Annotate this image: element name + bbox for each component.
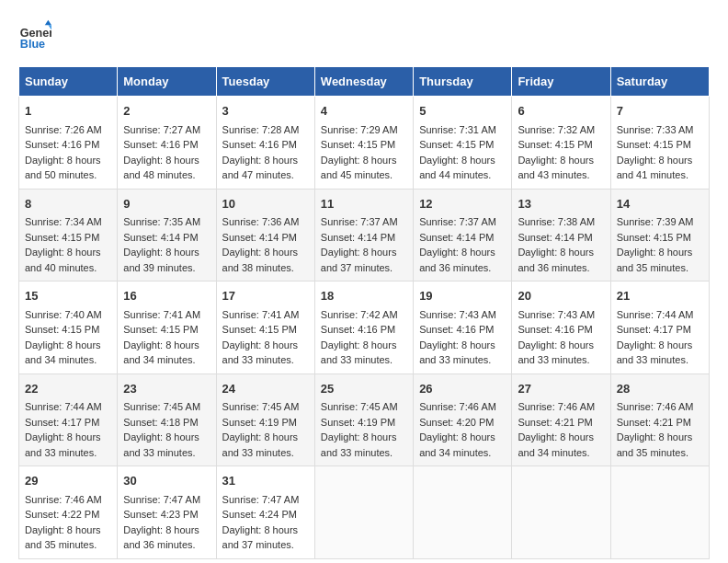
calendar-week-row: 8 Sunrise: 7:34 AM Sunset: 4:15 PM Dayli… [19, 189, 710, 282]
calendar-cell: 23 Sunrise: 7:45 AM Sunset: 4:18 PM Dayl… [118, 373, 216, 466]
logo-icon: General Blue [18, 18, 51, 52]
sunset-time: Sunset: 4:21 PM [617, 417, 691, 428]
sunrise-time: Sunrise: 7:26 AM [25, 124, 102, 135]
sunset-time: Sunset: 4:15 PM [25, 324, 99, 335]
sunrise-time: Sunrise: 7:43 AM [419, 309, 496, 320]
calendar-cell: 12 Sunrise: 7:37 AM Sunset: 4:14 PM Dayl… [414, 189, 512, 282]
sunset-time: Sunset: 4:17 PM [617, 324, 691, 335]
day-header-sunday: Sunday [19, 67, 118, 97]
sunrise-time: Sunrise: 7:27 AM [123, 124, 200, 135]
day-number: 22 [25, 380, 111, 398]
calendar-cell [414, 466, 512, 559]
sunset-time: Sunset: 4:24 PM [222, 509, 297, 520]
day-number: 20 [518, 287, 604, 305]
sunset-time: Sunset: 4:18 PM [123, 417, 198, 428]
daylight-hours: Daylight: 8 hours and 39 minutes. [123, 247, 199, 273]
sunrise-time: Sunrise: 7:44 AM [25, 401, 102, 412]
daylight-hours: Daylight: 8 hours and 38 minutes. [222, 247, 299, 273]
sunset-time: Sunset: 4:15 PM [321, 139, 395, 150]
daylight-hours: Daylight: 8 hours and 37 minutes. [321, 247, 397, 273]
daylight-hours: Daylight: 8 hours and 33 minutes. [321, 431, 397, 458]
calendar-cell: 27 Sunrise: 7:46 AM Sunset: 4:21 PM Dayl… [512, 373, 610, 466]
calendar-cell: 19 Sunrise: 7:43 AM Sunset: 4:16 PM Dayl… [414, 282, 512, 374]
calendar-cell: 31 Sunrise: 7:47 AM Sunset: 4:24 PM Dayl… [216, 466, 314, 559]
daylight-hours: Daylight: 8 hours and 40 minutes. [25, 247, 101, 273]
sunset-time: Sunset: 4:15 PM [222, 324, 297, 335]
daylight-hours: Daylight: 8 hours and 41 minutes. [617, 155, 693, 181]
sunset-time: Sunset: 4:16 PM [518, 324, 592, 335]
sunset-time: Sunset: 4:15 PM [419, 139, 494, 150]
sunset-time: Sunset: 4:16 PM [321, 324, 395, 335]
day-number: 28 [617, 380, 703, 398]
sunset-time: Sunset: 4:14 PM [123, 232, 198, 243]
sunset-time: Sunset: 4:15 PM [123, 324, 198, 335]
sunset-time: Sunset: 4:14 PM [321, 232, 395, 243]
sunset-time: Sunset: 4:16 PM [25, 139, 99, 150]
calendar-cell: 1 Sunrise: 7:26 AM Sunset: 4:16 PM Dayli… [19, 97, 118, 190]
day-number: 1 [25, 102, 111, 121]
svg-marker-2 [45, 20, 51, 25]
sunrise-time: Sunrise: 7:31 AM [419, 124, 496, 135]
daylight-hours: Daylight: 8 hours and 35 minutes. [617, 431, 693, 458]
sunset-time: Sunset: 4:14 PM [419, 232, 494, 243]
calendar-cell: 9 Sunrise: 7:35 AM Sunset: 4:14 PM Dayli… [118, 189, 216, 282]
day-number: 9 [123, 195, 210, 213]
daylight-hours: Daylight: 8 hours and 36 minutes. [419, 247, 495, 273]
day-header-monday: Monday [118, 67, 216, 97]
calendar-cell: 18 Sunrise: 7:42 AM Sunset: 4:16 PM Dayl… [314, 282, 413, 374]
sunrise-time: Sunrise: 7:29 AM [321, 124, 398, 135]
sunset-time: Sunset: 4:14 PM [518, 232, 592, 243]
day-number: 30 [123, 472, 210, 490]
daylight-hours: Daylight: 8 hours and 33 minutes. [518, 339, 594, 366]
calendar-week-row: 1 Sunrise: 7:26 AM Sunset: 4:16 PM Dayli… [19, 97, 710, 190]
day-number: 19 [419, 287, 506, 305]
sunset-time: Sunset: 4:20 PM [419, 417, 494, 428]
day-number: 26 [419, 380, 506, 398]
sunset-time: Sunset: 4:23 PM [123, 509, 198, 520]
sunrise-time: Sunrise: 7:37 AM [419, 216, 496, 227]
calendar-cell: 15 Sunrise: 7:40 AM Sunset: 4:15 PM Dayl… [19, 282, 118, 374]
day-number: 4 [321, 102, 407, 121]
sunrise-time: Sunrise: 7:40 AM [25, 309, 102, 320]
sunrise-time: Sunrise: 7:28 AM [222, 124, 300, 135]
sunrise-time: Sunrise: 7:34 AM [25, 216, 102, 227]
sunrise-time: Sunrise: 7:37 AM [321, 216, 398, 227]
day-header-wednesday: Wednesday [314, 67, 413, 97]
day-number: 11 [321, 195, 407, 213]
calendar-week-row: 22 Sunrise: 7:44 AM Sunset: 4:17 PM Dayl… [19, 373, 710, 466]
sunrise-time: Sunrise: 7:36 AM [222, 216, 300, 227]
page-header: General Blue [18, 18, 710, 52]
calendar-cell: 17 Sunrise: 7:41 AM Sunset: 4:15 PM Dayl… [216, 282, 314, 374]
daylight-hours: Daylight: 8 hours and 48 minutes. [123, 155, 199, 181]
calendar-cell: 16 Sunrise: 7:41 AM Sunset: 4:15 PM Dayl… [118, 282, 216, 374]
sunrise-time: Sunrise: 7:41 AM [123, 309, 200, 320]
day-header-friday: Friday [512, 67, 610, 97]
calendar-cell: 21 Sunrise: 7:44 AM Sunset: 4:17 PM Dayl… [610, 282, 709, 374]
daylight-hours: Daylight: 8 hours and 33 minutes. [222, 431, 299, 458]
daylight-hours: Daylight: 8 hours and 34 minutes. [25, 339, 101, 366]
sunset-time: Sunset: 4:15 PM [617, 232, 691, 243]
calendar-cell: 24 Sunrise: 7:45 AM Sunset: 4:19 PM Dayl… [216, 373, 314, 466]
daylight-hours: Daylight: 8 hours and 34 minutes. [419, 431, 495, 458]
svg-text:Blue: Blue [20, 38, 45, 51]
sunset-time: Sunset: 4:16 PM [123, 139, 198, 150]
daylight-hours: Daylight: 8 hours and 33 minutes. [419, 339, 495, 366]
calendar-cell: 25 Sunrise: 7:45 AM Sunset: 4:19 PM Dayl… [314, 373, 413, 466]
sunrise-time: Sunrise: 7:46 AM [518, 401, 595, 412]
sunrise-time: Sunrise: 7:44 AM [617, 309, 694, 320]
daylight-hours: Daylight: 8 hours and 37 minutes. [222, 524, 299, 551]
daylight-hours: Daylight: 8 hours and 43 minutes. [518, 155, 594, 181]
sunset-time: Sunset: 4:22 PM [25, 509, 99, 520]
day-header-thursday: Thursday [414, 67, 512, 97]
sunrise-time: Sunrise: 7:46 AM [617, 401, 694, 412]
daylight-hours: Daylight: 8 hours and 36 minutes. [518, 247, 594, 273]
daylight-hours: Daylight: 8 hours and 33 minutes. [617, 339, 693, 366]
sunset-time: Sunset: 4:15 PM [518, 139, 592, 150]
sunset-time: Sunset: 4:15 PM [617, 139, 691, 150]
sunset-time: Sunset: 4:16 PM [419, 324, 494, 335]
day-number: 7 [617, 102, 703, 121]
day-number: 10 [222, 195, 309, 213]
calendar-header-row: SundayMondayTuesdayWednesdayThursdayFrid… [19, 67, 710, 97]
logo: General Blue [18, 18, 55, 52]
daylight-hours: Daylight: 8 hours and 50 minutes. [25, 155, 101, 181]
